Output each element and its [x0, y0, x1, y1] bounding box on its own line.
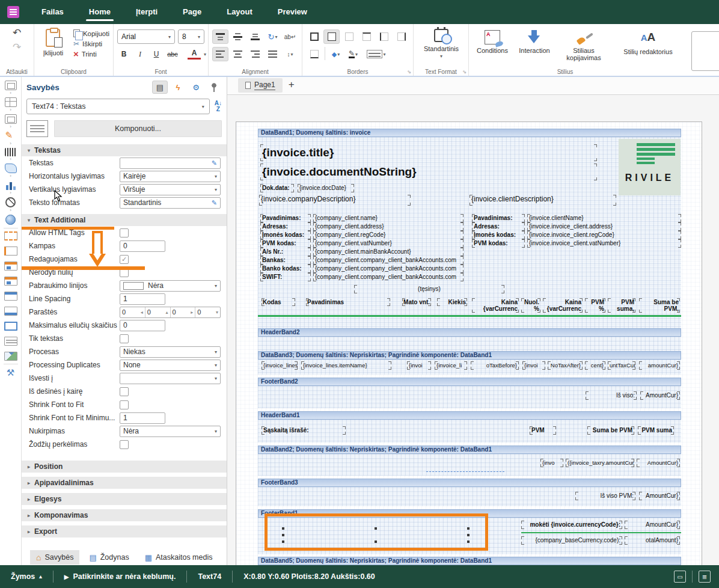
tab-ataskaitos-medis[interactable]: ▦Ataskaitos medis: [139, 550, 219, 565]
column-header[interactable]: Pavadinimas: [306, 298, 390, 306]
undo-icon[interactable]: ↶: [13, 28, 21, 38]
max-lines-input[interactable]: 0: [120, 320, 165, 331]
line-cell[interactable]: {invoi: [407, 361, 431, 370]
pencil-icon[interactable]: ✎: [212, 159, 217, 167]
row-label[interactable]: Įmonės kodas:: [260, 231, 311, 239]
band-title[interactable]: HeaderBand2: [258, 328, 681, 337]
toolbox-lines[interactable]: [4, 337, 17, 346]
menu-home[interactable]: Home: [76, 0, 123, 24]
issued-by-label[interactable]: Sąskaitą išrašė:: [262, 426, 346, 435]
row-label[interactable]: Įmonės kodas:: [472, 231, 525, 239]
toolbox-tools[interactable]: ⚒: [7, 367, 14, 378]
redaguojamas-checkbox[interactable]: ✓: [120, 255, 129, 264]
band-headerband1[interactable]: HeaderBand1 Sąskaitą išrašė: PVM Suma be…: [258, 411, 681, 443]
menu-failas[interactable]: Failas: [29, 0, 76, 24]
report-page[interactable]: DataBand1; Duomenų šaltinis: invoice {in…: [236, 121, 702, 565]
add-page-button[interactable]: +: [289, 79, 295, 91]
line-spacing-input[interactable]: 1: [120, 293, 165, 305]
pay-value[interactable]: AmountCur}: [625, 521, 680, 529]
text-rotation-button[interactable]: ↻▾: [265, 29, 281, 44]
band-title[interactable]: DataBand2; Duomenų šaltinis: Nepriskirta…: [258, 446, 681, 454]
style-copy-button[interactable]: Stiliaus kopijavimas: [557, 29, 611, 71]
borders-dialog-launcher-icon[interactable]: ⇘: [407, 69, 411, 75]
pencil-icon[interactable]: ✎: [212, 199, 217, 207]
border-top-button[interactable]: [358, 29, 375, 44]
line-cell[interactable]: {invoice_lines: [262, 361, 298, 370]
tab-zodynas[interactable]: ▤Žodynas: [83, 550, 135, 565]
chevron-down-icon[interactable]: ▾: [204, 52, 206, 57]
band-title[interactable]: DataBand1; Duomenų šaltinis: invoice: [258, 129, 681, 137]
style-editor-button[interactable]: AA Stilių redaktorius: [613, 29, 683, 71]
total-label[interactable]: Iš viso:: [586, 391, 637, 400]
field-client-description[interactable]: {invoice.clientDescription}: [470, 195, 616, 206]
section-komponavimas[interactable]: ▸Komponavimas: [22, 509, 227, 521]
band-title[interactable]: DataBand3; Duomenų šaltinis: Nepriskirta…: [258, 351, 681, 360]
toolbox-shapes[interactable]: ›: [5, 114, 17, 131]
border-color-button[interactable]: ✎▾: [345, 47, 361, 61]
row-value[interactable]: {company_client.mainBankAccount}: [313, 248, 464, 256]
row-label[interactable]: Banko kodas:: [260, 265, 311, 273]
kampas-input[interactable]: 0: [120, 240, 165, 252]
band-title[interactable]: FooterBand2: [258, 378, 681, 386]
underline-button[interactable]: U: [150, 48, 163, 60]
line-cell[interactable]: NoTaxAfter}: [548, 361, 583, 370]
interaction-button[interactable]: Interaction: [515, 29, 554, 71]
border-none-button[interactable]: [341, 29, 357, 44]
toolbox-chart[interactable]: ›: [5, 180, 17, 197]
fit-page-icon[interactable]: ▭: [674, 571, 686, 583]
row-value[interactable]: {invoice.clientName}: [527, 214, 681, 222]
column-header[interactable]: Mato vnt.: [402, 298, 431, 306]
horizontal-align-select[interactable]: Kairėje▾: [120, 171, 221, 182]
border-all-button[interactable]: [306, 29, 322, 44]
row-label[interactable]: Pavadinimas:: [472, 214, 525, 222]
line-cell[interactable]: {invoice_li: [435, 361, 467, 370]
rtl-checkbox[interactable]: [120, 387, 129, 396]
tags-button[interactable]: Žymos ▴: [0, 572, 53, 581]
settings-gear-icon[interactable]: ⚙: [188, 81, 204, 94]
rivile-logo[interactable]: RIVILE: [619, 139, 681, 195]
compose-button[interactable]: Komponuoti...: [54, 120, 222, 137]
word-wrap-checkbox[interactable]: [120, 440, 129, 449]
italic-button[interactable]: I: [133, 48, 147, 60]
component-selector[interactable]: Text74 : Tekstas ▾: [26, 99, 210, 114]
line-cell[interactable]: AmountCur}: [637, 459, 680, 467]
line-cell[interactable]: ({invoice_taxry.amountCur}: [566, 459, 634, 467]
menu-preview[interactable]: Preview: [265, 0, 320, 24]
conditions-button[interactable]: A Conditions: [473, 29, 512, 71]
align-middle-button[interactable]: [230, 29, 246, 44]
row-value[interactable]: {company_client.vatNumber}: [313, 239, 464, 248]
copy-button[interactable]: Kopijuoti: [73, 29, 109, 37]
row-label[interactable]: PVM kodas:: [260, 239, 311, 248]
band-title[interactable]: HeaderBand1: [258, 411, 681, 420]
tik-tekstas-checkbox[interactable]: [120, 334, 129, 343]
line-cell[interactable]: {invo: [540, 459, 563, 467]
line-cell[interactable]: {invoi: [522, 361, 545, 370]
align-top-button[interactable]: [212, 29, 228, 44]
menu-page[interactable]: Page: [170, 0, 214, 24]
column-header[interactable]: Kodas: [262, 298, 295, 306]
field-dok-value[interactable]: {invoice.docDate}: [298, 184, 354, 192]
align-left-button[interactable]: [212, 47, 228, 61]
procesas-select[interactable]: Niekas▾: [120, 346, 221, 358]
column-header[interactable]: PVM: [530, 426, 556, 435]
band-title[interactable]: DataBand5; Duomenų šaltinis: Nepriskirta…: [258, 557, 681, 565]
processing-duplicates-select[interactable]: None▾: [120, 360, 221, 371]
column-header[interactable]: Kaina {varCurrenc: [472, 298, 519, 313]
line-cell[interactable]: {invoice_lines.itemName}: [301, 361, 391, 370]
line-cell[interactable]: oTaxBefore}: [471, 361, 519, 370]
pay-label[interactable]: mokėti {invoice.currencyCode}:: [521, 521, 622, 529]
toolbox-header-band[interactable]: [4, 292, 17, 301]
band-footerband2[interactable]: FooterBand2 Iš viso: AmountCur}: [258, 378, 681, 408]
section-text-additional[interactable]: ▾ Text Additional: [22, 214, 227, 226]
band-headerband2[interactable]: HeaderBand2: [258, 328, 681, 351]
underline-lines-select[interactable]: Nėra▾: [120, 280, 221, 292]
row-value[interactable]: {company_client.company_client_bankAccou…: [313, 265, 464, 273]
band-databand3[interactable]: DataBand3; Duomenų šaltinis: Nepriskirta…: [258, 351, 681, 375]
total-value[interactable]: AmountCur}: [639, 492, 680, 500]
line-cell[interactable]: cent}: [585, 361, 605, 370]
fill-color-button[interactable]: ◆▾: [328, 47, 344, 61]
section-position[interactable]: ▸Position: [22, 461, 227, 473]
word-wrap-button[interactable]: ab↵: [282, 29, 298, 44]
toolbox-group-band[interactable]: [4, 247, 17, 256]
band-title[interactable]: FooterBand3: [258, 479, 681, 487]
